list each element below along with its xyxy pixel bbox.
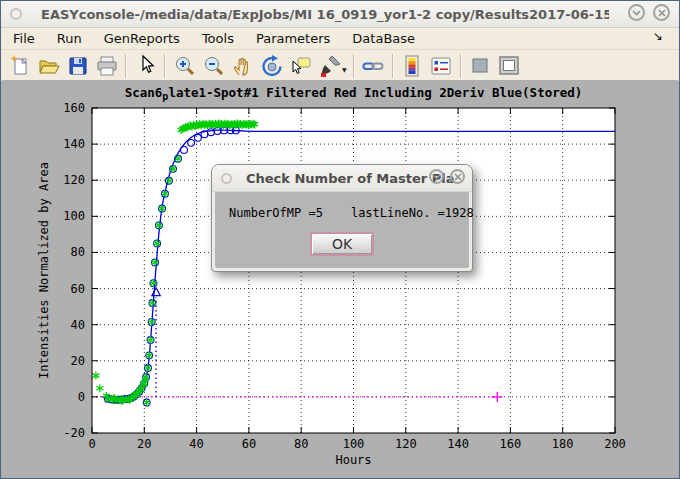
x-tick-label: 180 <box>552 437 574 451</box>
minimize-button[interactable] <box>628 4 645 21</box>
lastlineno-value: lastLineNo. =1928 <box>351 206 474 220</box>
zoom-in-icon <box>173 54 197 78</box>
brush-dropdown-icon[interactable]: ▼ <box>342 66 347 73</box>
chevron-down-icon <box>432 174 441 180</box>
x-tick-label: 0 <box>88 437 95 451</box>
menu-item-genreports[interactable]: GenReports <box>93 30 191 47</box>
y-axis-label: Intensities Normalized by Area <box>37 162 51 379</box>
x-axis-label: Hours <box>335 453 371 467</box>
x-tick-label: 20 <box>137 437 151 451</box>
ok-button[interactable]: OK <box>310 232 374 256</box>
menu-item-database[interactable]: DataBase <box>341 30 426 47</box>
open-file-icon <box>37 54 61 78</box>
toolbar-separator <box>164 54 166 78</box>
x-tick-label: 60 <box>242 437 256 451</box>
window-menu-icon[interactable] <box>10 8 22 20</box>
toolbar-separator <box>125 54 127 78</box>
show-plot-tools-button[interactable] <box>496 53 523 79</box>
x-tick-label: 100 <box>343 437 365 451</box>
save-button[interactable] <box>64 53 91 79</box>
y-tick-label: 20 <box>71 354 85 368</box>
menu-overflow-arrow-icon[interactable]: ↘ <box>653 29 663 43</box>
menu-item-file[interactable]: File <box>1 30 46 47</box>
y-tick-label: 0 <box>78 390 85 404</box>
y-tick-label: 60 <box>71 282 85 296</box>
hide-plot-tools-button[interactable] <box>467 53 494 79</box>
pan-hand-icon <box>231 54 255 78</box>
dialog-body: NumberOfMP =5 lastLineNo. =1928 OK <box>215 192 469 268</box>
menu-item-run[interactable]: Run <box>46 30 93 47</box>
close-button[interactable] <box>653 4 670 21</box>
y-tick-label: 100 <box>63 209 85 223</box>
brush-icon <box>318 54 342 78</box>
edit-cursor-icon <box>134 54 158 78</box>
plot-area[interactable]: 020406080100120140160180200-200204060801… <box>2 80 680 478</box>
close-icon <box>658 9 666 17</box>
toolbar-separator <box>392 54 394 78</box>
dialog-close-button[interactable] <box>450 169 465 184</box>
hide-plot-tools-icon <box>468 54 492 78</box>
print-button[interactable] <box>93 53 120 79</box>
y-tick-label: 140 <box>63 137 85 151</box>
y-tick-label: 40 <box>71 318 85 332</box>
figure-toolbar: ▼ <box>1 50 679 82</box>
x-tick-label: 160 <box>500 437 522 451</box>
y-tick-label: -20 <box>63 426 85 440</box>
toolbar-separator <box>353 54 355 78</box>
insert-colorbar-button[interactable] <box>399 53 426 79</box>
insert-legend-button[interactable] <box>428 53 455 79</box>
x-tick-label: 140 <box>447 437 469 451</box>
link-plot-button[interactable] <box>360 53 387 79</box>
plot-title: Scan6plate1-Spot#1 Filtered Red Includin… <box>125 85 583 102</box>
edit-cursor-button[interactable] <box>132 53 159 79</box>
show-plot-tools-icon <box>497 54 521 78</box>
title-bar: EASYconsole-/media/data/ExpJobs/MI 16_09… <box>1 1 679 28</box>
check-master-plates-dialog: Check Number of Master Pla NumberOfMP =5… <box>211 164 473 272</box>
menu-bar: FileRunGenReportsToolsParametersDataBase… <box>1 28 679 50</box>
print-icon <box>95 54 119 78</box>
window-title: EASYconsole-/media/data/ExpJobs/MI 16_09… <box>41 7 609 22</box>
close-icon <box>454 173 462 181</box>
zoom-in-button[interactable] <box>171 53 198 79</box>
dialog-window-menu-icon[interactable] <box>221 173 232 184</box>
figure-area: 020406080100120140160180200-200204060801… <box>2 80 678 477</box>
brush-button[interactable] <box>316 53 343 79</box>
y-tick-label: 120 <box>63 173 85 187</box>
menu-item-parameters[interactable]: Parameters <box>245 30 341 47</box>
rotate-3d-icon <box>260 54 284 78</box>
dialog-title-bar[interactable]: Check Number of Master Pla <box>212 165 472 192</box>
dialog-minimize-button[interactable] <box>429 169 444 184</box>
zoom-out-icon <box>202 54 226 78</box>
pan-hand-button[interactable] <box>229 53 256 79</box>
y-tick-label: 160 <box>63 101 85 115</box>
chevron-down-icon <box>632 10 641 16</box>
open-file-button[interactable] <box>35 53 62 79</box>
new-file-button[interactable] <box>6 53 33 79</box>
data-cursor-icon <box>289 54 313 78</box>
toolbar-separator <box>460 54 462 78</box>
data-cursor-button[interactable] <box>287 53 314 79</box>
x-tick-label: 40 <box>189 437 203 451</box>
numberofmp-value: NumberOfMP =5 <box>229 206 323 220</box>
x-tick-label: 120 <box>395 437 417 451</box>
x-tick-label: 80 <box>294 437 308 451</box>
x-tick-label: 200 <box>604 437 626 451</box>
zoom-out-button[interactable] <box>200 53 227 79</box>
new-file-icon <box>8 54 32 78</box>
insert-colorbar-icon <box>400 54 424 78</box>
insert-legend-icon <box>429 54 453 78</box>
rotate-3d-button[interactable] <box>258 53 285 79</box>
main-window: EASYconsole-/media/data/ExpJobs/MI 16_09… <box>0 0 680 479</box>
save-icon <box>66 54 90 78</box>
menu-item-tools[interactable]: Tools <box>191 30 245 47</box>
y-tick-label: 80 <box>71 245 85 259</box>
link-plot-icon <box>361 54 385 78</box>
